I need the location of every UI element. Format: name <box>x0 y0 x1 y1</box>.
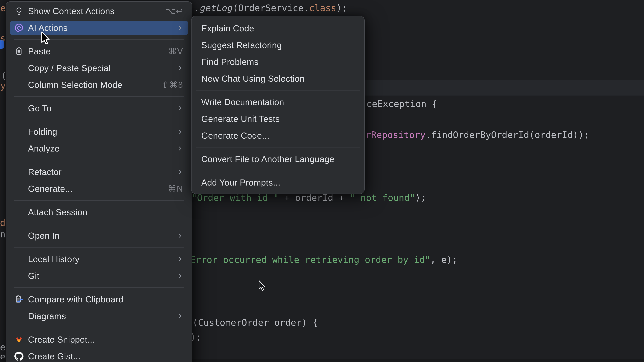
menu-separator <box>192 167 364 174</box>
menu-item-label: Refactor <box>28 167 173 177</box>
chevron-right-icon <box>176 145 183 152</box>
menu-item-label: Local History <box>28 254 173 264</box>
menu-item-new-chat-using-selection[interactable]: New Chat Using Selection <box>192 70 364 87</box>
menu-item-label: Copy / Paste Special <box>28 63 173 73</box>
lightbulb-icon <box>14 6 24 16</box>
code-line: .getLog(OrderService.class); <box>194 3 347 12</box>
menu-item-label: Generate... <box>28 184 168 194</box>
icon-placeholder <box>14 254 24 264</box>
menu-item-column-selection-mode[interactable]: Column Selection Mode⇧⌘8 <box>6 76 192 93</box>
menu-separator <box>6 117 192 123</box>
chevron-right-icon <box>176 313 183 320</box>
menu-item-explain-code[interactable]: Explain Code <box>192 20 364 37</box>
menu-separator <box>6 244 192 251</box>
menu-item-create-gist[interactable]: Create Gist... <box>6 348 192 362</box>
menu-item-local-history[interactable]: Local History <box>6 251 192 268</box>
menu-separator <box>6 157 192 164</box>
menu-item-label: Folding <box>28 127 173 137</box>
clipped-code-fragment: s <box>0 34 6 43</box>
code-line: ceException { <box>366 99 438 108</box>
menu-item-label: Go To <box>28 103 173 113</box>
mouse-cursor-menu <box>41 31 50 45</box>
menu-item-git[interactable]: Git <box>6 268 192 284</box>
menu-separator <box>192 87 364 94</box>
chevron-right-icon <box>176 273 183 279</box>
menu-item-label: New Chat Using Selection <box>201 73 356 84</box>
menu-item-find-problems[interactable]: Find Problems <box>192 53 364 70</box>
github-icon <box>14 352 24 361</box>
menu-item-label: Analyze <box>28 143 173 153</box>
shortcut-label: ⇧⌘8 <box>162 80 183 90</box>
menu-item-label: Diagrams <box>28 311 173 321</box>
icon-placeholder <box>14 271 24 281</box>
menu-item-generate-unit-tests[interactable]: Generate Unit Tests <box>192 110 364 127</box>
menu-item-refactor[interactable]: Refactor <box>6 164 192 180</box>
shortcut-label: ⌘V <box>168 46 183 56</box>
clipped-code-fragment: d <box>0 218 6 227</box>
clipped-code-fragment: y <box>0 81 6 90</box>
menu-item-generate-code[interactable]: Generate Code... <box>192 127 364 144</box>
gitlab-icon <box>14 335 24 344</box>
menu-item-label: Attach Session <box>28 207 183 217</box>
shortcut-label: ⌘N <box>168 184 183 194</box>
menu-item-convert-file-to-another-language[interactable]: Convert File to Another Language <box>192 151 364 167</box>
menu-item-label: Show Context Actions <box>28 6 166 16</box>
menu-separator <box>6 93 192 100</box>
ai-actions-submenu: Explain CodeSuggest RefactoringFind Prob… <box>191 16 364 194</box>
chevron-right-icon <box>176 24 183 31</box>
menu-separator <box>6 284 192 291</box>
menu-item-label: Git <box>28 271 173 281</box>
shortcut-label: ⌥↩ <box>166 6 183 16</box>
icon-placeholder <box>14 207 24 217</box>
menu-item-label: Open In <box>28 231 173 241</box>
code-line: rRepository.findOrderByOrderId(orderId))… <box>366 130 589 139</box>
menu-item-label: Generate Code... <box>201 131 356 141</box>
menu-separator <box>6 221 192 227</box>
clipboard-compare-icon <box>14 295 24 304</box>
menu-item-suggest-refactoring[interactable]: Suggest Refactoring <box>192 37 364 53</box>
menu-item-label: Suggest Refactoring <box>201 40 356 50</box>
menu-item-label: Column Selection Mode <box>28 80 162 90</box>
icon-placeholder <box>14 104 24 113</box>
menu-item-label: Paste <box>28 46 168 56</box>
code-line: "Order with id " + orderId + " not found… <box>192 193 426 202</box>
menu-item-copy-paste-special[interactable]: Copy / Paste Special <box>6 60 192 76</box>
menu-item-compare-with-clipboard[interactable]: Compare with Clipboard <box>6 291 192 308</box>
chevron-right-icon <box>176 128 183 135</box>
icon-placeholder <box>14 144 24 153</box>
menu-item-add-your-prompts[interactable]: Add Your Prompts... <box>192 174 364 191</box>
right-margin-guide <box>604 0 604 362</box>
chevron-right-icon <box>176 105 183 112</box>
menu-item-attach-session[interactable]: Attach Session <box>6 204 192 221</box>
menu-separator <box>192 144 364 151</box>
menu-item-paste[interactable]: Paste⌘V <box>6 43 192 60</box>
menu-item-label: Create Gist... <box>28 351 183 361</box>
menu-item-write-documentation[interactable]: Write Documentation <box>192 94 364 110</box>
icon-placeholder <box>14 184 24 193</box>
code-line: Error occurred while retrieving order by… <box>190 255 458 264</box>
context-menu: Show Context Actions⌥↩AI ActionsPaste⌘VC… <box>6 1 192 362</box>
menu-item-analyze[interactable]: Analyze <box>6 140 192 157</box>
menu-item-show-context-actions[interactable]: Show Context Actions⌥↩ <box>6 3 192 19</box>
menu-item-go-to[interactable]: Go To <box>6 100 192 117</box>
chevron-right-icon <box>176 65 183 71</box>
menu-item-generate[interactable]: Generate...⌘N <box>6 180 192 197</box>
mouse-cursor-editor <box>258 280 266 291</box>
menu-item-folding[interactable]: Folding <box>6 123 192 140</box>
menu-item-create-snippet[interactable]: Create Snippet... <box>6 331 192 348</box>
menu-item-open-in[interactable]: Open In <box>6 227 192 244</box>
menu-item-label: Write Documentation <box>201 97 356 107</box>
ai-swirl-icon <box>14 23 24 32</box>
icon-placeholder <box>14 311 24 321</box>
menu-item-label: Find Problems <box>201 57 356 67</box>
icon-placeholder <box>14 231 24 240</box>
clipboard-icon <box>14 46 24 56</box>
menu-item-label: Add Your Prompts... <box>201 177 356 188</box>
chevron-right-icon <box>176 232 183 239</box>
clipped-code-fragment: ( <box>1 71 6 80</box>
menu-item-ai-actions[interactable]: AI Actions <box>6 19 192 36</box>
ide-window: .getLog(OrderService.class);ceException … <box>0 0 644 362</box>
menu-item-diagrams[interactable]: Diagrams <box>6 308 192 325</box>
menu-item-label: Convert File to Another Language <box>201 154 356 164</box>
menu-item-label: Explain Code <box>201 23 356 33</box>
